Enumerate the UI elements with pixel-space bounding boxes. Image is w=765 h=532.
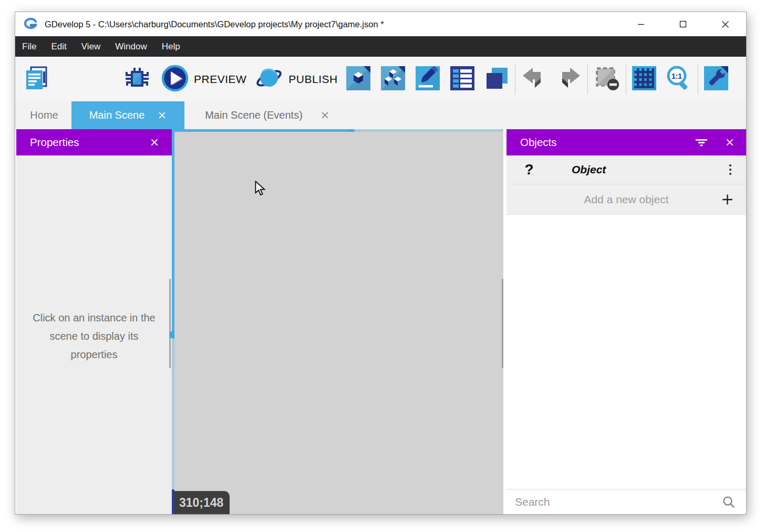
properties-panel: Properties Click on an instance in the s… xyxy=(16,129,172,514)
menu-window[interactable]: Window xyxy=(108,36,154,57)
objects-editor-button[interactable] xyxy=(346,66,370,92)
close-button[interactable] xyxy=(704,12,746,36)
redo-icon xyxy=(556,66,582,92)
menubar: File Edit View Window Help xyxy=(15,36,746,57)
project-manager-icon xyxy=(24,66,49,93)
preview-label: PREVIEW xyxy=(194,73,246,86)
toolbar: PREVIEW PUBLISH xyxy=(15,57,746,101)
toolbar-separator xyxy=(587,64,588,95)
tabbar: Home Main Scene Main Scene (Events) xyxy=(15,101,746,129)
zoom-1-1-icon: 1:1 xyxy=(666,65,692,93)
window-controls xyxy=(620,12,746,36)
menu-edit[interactable]: Edit xyxy=(44,36,74,57)
gdevelop-logo-icon xyxy=(24,17,38,32)
redo-button[interactable] xyxy=(556,66,582,92)
layers-icon xyxy=(485,66,509,92)
grid-button[interactable] xyxy=(632,66,656,92)
layers-button[interactable] xyxy=(485,66,509,92)
selection-mask-icon xyxy=(594,66,620,93)
scene-tools-group xyxy=(346,66,509,92)
search-input[interactable] xyxy=(515,496,722,508)
project-manager-button[interactable] xyxy=(24,66,49,93)
cursor-coordinates-badge: 310;148 xyxy=(174,491,230,514)
scene-properties-button[interactable] xyxy=(416,66,440,92)
object-groups-button[interactable] xyxy=(381,66,405,92)
objects-close-icon[interactable] xyxy=(725,138,735,147)
preview-button[interactable]: PREVIEW xyxy=(161,65,246,94)
debugger-bug-icon xyxy=(125,66,150,93)
tab-main-scene[interactable]: Main Scene xyxy=(71,101,184,129)
unknown-object-icon: ? xyxy=(519,160,539,180)
object-more-menu-icon[interactable] xyxy=(729,164,732,175)
svg-text:1:1: 1:1 xyxy=(671,72,682,80)
toolbar-separator xyxy=(698,64,698,95)
pencil-icon xyxy=(416,66,440,92)
object-name: Object xyxy=(572,163,606,176)
wrench-icon xyxy=(704,66,728,92)
properties-scrollbar[interactable] xyxy=(169,279,171,368)
window-title: GDevelop 5 - C:\Users\charburg\Documents… xyxy=(45,19,384,29)
menu-view[interactable]: View xyxy=(74,36,108,57)
objects-panel-header: Objects xyxy=(506,129,746,155)
minimize-button[interactable] xyxy=(620,12,662,36)
objects-empty-area xyxy=(506,215,746,489)
globe-icon xyxy=(255,65,283,94)
list-icon xyxy=(450,66,474,92)
tab-main-scene-events-label: Main Scene (Events) xyxy=(205,109,303,121)
undo-button[interactable] xyxy=(521,66,546,92)
play-icon xyxy=(161,65,189,94)
tab-close-icon[interactable] xyxy=(321,111,329,120)
plus-icon[interactable] xyxy=(721,193,733,205)
objects-panel: Objects ? Object Add a new ob xyxy=(506,129,746,514)
properties-empty-message: Click on an instance in the scene to dis… xyxy=(27,309,161,364)
titlebar: GDevelop 5 - C:\Users\charburg\Documents… xyxy=(15,12,746,36)
add-object-label: Add a new object xyxy=(506,193,746,206)
canvas-scrollbar[interactable] xyxy=(502,279,503,368)
object-cube-icon xyxy=(346,66,370,92)
properties-close-icon[interactable] xyxy=(150,138,159,147)
scene-canvas[interactable]: 310;148 xyxy=(174,132,503,514)
tab-home-label: Home xyxy=(30,109,58,121)
toolbar-separator xyxy=(515,64,515,95)
properties-panel-header: Properties xyxy=(16,129,172,155)
tab-main-scene-label: Main Scene xyxy=(89,109,145,121)
tab-home[interactable]: Home xyxy=(17,101,71,129)
debugger-button[interactable] xyxy=(125,66,150,93)
add-object-row[interactable]: Add a new object xyxy=(506,184,746,215)
undo-icon xyxy=(521,66,546,92)
objects-search-bar xyxy=(506,489,746,514)
instances-list-button[interactable] xyxy=(450,66,474,92)
toolbar-separator xyxy=(626,64,626,95)
tab-main-scene-events[interactable]: Main Scene (Events) xyxy=(184,101,350,129)
object-list-item[interactable]: ? Object xyxy=(506,155,746,184)
menu-file[interactable]: File xyxy=(21,36,44,57)
filter-icon[interactable] xyxy=(695,138,708,147)
scene-settings-button[interactable] xyxy=(704,66,728,92)
editor-content: Properties Click on an instance in the s… xyxy=(15,129,746,514)
mouse-cursor-icon xyxy=(255,181,266,199)
objects-panel-title: Objects xyxy=(506,136,557,149)
app-window: GDevelop 5 - C:\Users\charburg\Documents… xyxy=(15,12,747,515)
menu-help[interactable]: Help xyxy=(154,36,188,57)
maximize-button[interactable] xyxy=(662,12,704,36)
properties-panel-title: Properties xyxy=(16,136,79,149)
object-group-cubes-icon xyxy=(381,66,405,92)
tab-close-icon[interactable] xyxy=(158,111,167,120)
publish-button[interactable]: PUBLISH xyxy=(255,65,337,94)
search-icon[interactable] xyxy=(722,495,736,509)
grid-icon xyxy=(632,66,656,92)
clear-selection-mask-button[interactable] xyxy=(594,66,620,93)
publish-label: PUBLISH xyxy=(288,73,337,86)
zoom-original-button[interactable]: 1:1 xyxy=(666,65,692,93)
